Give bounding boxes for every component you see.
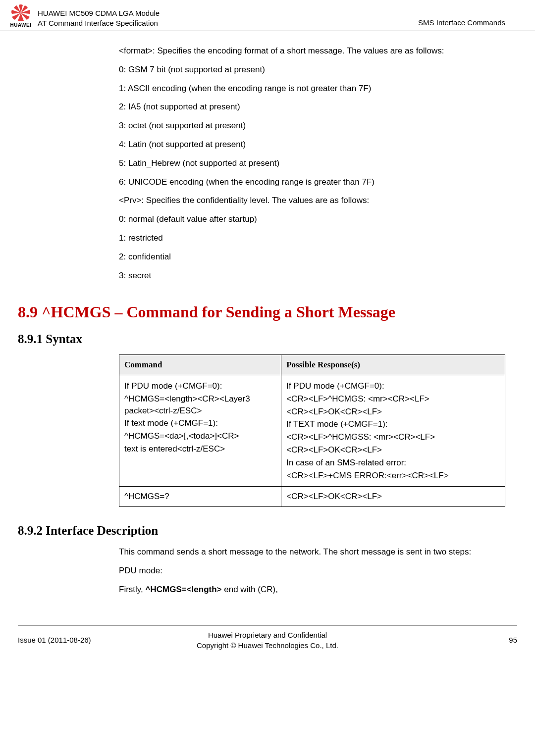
desc-p3: Firstly, ^HCMGS=<length> end with (CR),: [119, 584, 505, 596]
huawei-logo-icon: [10, 4, 32, 22]
resp-line: <CR><LF>^HCMGSS: <mr><CR><LF>: [286, 431, 500, 443]
desc-p3-c: end with (CR),: [222, 585, 278, 594]
format-5: 5: Latin_Hebrew (not supported at presen…: [119, 157, 505, 169]
format-0: 0: GSM 7 bit (not supported at present): [119, 64, 505, 76]
cell-response: If PDU mode (+CMGF=0): <CR><LF>^HCMGS: <…: [281, 375, 505, 486]
format-3: 3: octet (not supported at present): [119, 120, 505, 132]
logo-text: HUAWEI: [10, 22, 32, 29]
page-footer: Issue 01 (2011-08-26) Huawei Proprietary…: [18, 625, 517, 660]
cmd-line: text is entered<ctrl-z/ESC>: [124, 443, 276, 455]
resp-line: <CR><LF>+CMS ERROR:<err><CR><LF>: [286, 470, 500, 482]
section-heading: 8.9 ^HCMGS – Command for Sending a Short…: [18, 301, 535, 323]
syntax-table: Command Possible Response(s) If PDU mode…: [119, 354, 505, 507]
cmd-line: ^HCMGS=<da>[,<toda>]<CR>: [124, 430, 276, 442]
format-6: 6: UNICODE encoding (when the encoding r…: [119, 176, 505, 188]
table-row: ^HCMGS=? <CR><LF>OK<CR><LF>: [119, 487, 505, 507]
footer-right: 95: [351, 635, 517, 645]
prv-0: 0: normal (default value after startup): [119, 213, 505, 225]
page-header: HUAWEI HUAWEI MC509 CDMA LGA Module AT C…: [0, 0, 535, 31]
prv-1: 1: restricted: [119, 232, 505, 244]
resp-line: <CR><LF>^HCMGS: <mr><CR><LF>: [286, 393, 500, 405]
desc-p1: This command sends a short message to th…: [119, 546, 505, 558]
header-right: SMS Interface Commands: [418, 17, 505, 29]
footer-center-l1: Huawei Proprietary and Confidential: [184, 630, 351, 640]
desc-p2: PDU mode:: [119, 565, 505, 577]
cell-command: If PDU mode (+CMGF=0): ^HCMGS=<length><C…: [119, 375, 281, 486]
cmd-line: ^HCMGS=<length><CR><Layer3 packet><ctrl-…: [124, 393, 276, 417]
resp-line: <CR><LF>OK<CR><LF>: [286, 444, 500, 456]
cmd-line: If PDU mode (+CMGF=0):: [124, 380, 276, 392]
resp-line: In case of an SMS-related error:: [286, 457, 500, 469]
cell-command: ^HCMGS=?: [119, 487, 281, 507]
header-titles: HUAWEI MC509 CDMA LGA Module AT Command …: [38, 8, 418, 29]
logo: HUAWEI: [10, 4, 32, 29]
format-4: 4: Latin (not supported at present): [119, 139, 505, 151]
resp-line: <CR><LF>OK<CR><LF>: [286, 406, 500, 418]
subsection-description: 8.9.2 Interface Description: [18, 522, 535, 539]
prv-intro: <Prv>: Specifies the confidentiality lev…: [119, 195, 505, 206]
cell-response: <CR><LF>OK<CR><LF>: [281, 487, 505, 507]
footer-left: Issue 01 (2011-08-26): [18, 635, 184, 645]
header-title-line1: HUAWEI MC509 CDMA LGA Module: [38, 8, 418, 18]
format-2: 2: IA5 (not supported at present): [119, 101, 505, 113]
prv-2: 2: confidential: [119, 251, 505, 263]
table-header-row: Command Possible Response(s): [119, 355, 505, 375]
footer-center: Huawei Proprietary and Confidential Copy…: [184, 630, 351, 651]
format-1: 1: ASCII encoding (when the encoding ran…: [119, 83, 505, 95]
desc-p3-b: ^HCMGS=<length>: [146, 585, 222, 594]
resp-line: If PDU mode (+CMGF=0):: [286, 380, 500, 392]
description-content: This command sends a short message to th…: [0, 546, 535, 595]
th-response: Possible Response(s): [281, 355, 505, 375]
subsection-syntax: 8.9.1 Syntax: [18, 330, 535, 348]
body-content: <format>: Specifies the encoding format …: [0, 31, 535, 281]
th-command: Command: [119, 355, 281, 375]
table-row: If PDU mode (+CMGF=0): ^HCMGS=<length><C…: [119, 375, 505, 486]
resp-line: If TEXT mode (+CMGF=1):: [286, 418, 500, 430]
footer-center-l2: Copyright © Huawei Technologies Co., Ltd…: [184, 640, 351, 651]
desc-p3-a: Firstly,: [119, 585, 146, 594]
prv-3: 3: secret: [119, 270, 505, 282]
format-intro: <format>: Specifies the encoding format …: [119, 45, 505, 57]
header-title-line2: AT Command Interface Specification: [38, 18, 418, 28]
cmd-line: If text mode (+CMGF=1):: [124, 417, 276, 429]
